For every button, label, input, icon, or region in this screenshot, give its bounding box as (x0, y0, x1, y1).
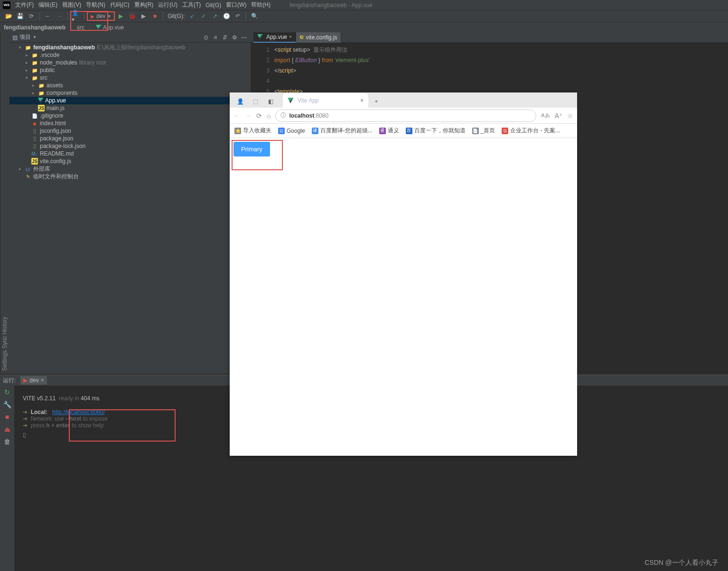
window-title: fengdianshangbaoweb - App.vue (289, 2, 373, 9)
open-file-icon[interactable]: 📂 (4, 12, 13, 20)
git-update-icon[interactable]: ↙ (188, 12, 196, 20)
tree-item[interactable]: ✎临时文件和控制台 (9, 173, 251, 180)
tab-vite-config[interactable]: JS vite.config.js (296, 32, 342, 43)
run-label: 运行: (3, 377, 16, 385)
menu-view[interactable]: 视图(V) (62, 1, 81, 9)
expand-all-icon[interactable]: ≡ (212, 34, 219, 41)
translate-icon[interactable]: Aあ (541, 112, 550, 119)
tree-item[interactable]: {}package-lock.json (9, 142, 251, 150)
tree-item[interactable]: JSvite.config.js (9, 157, 251, 165)
back-button[interactable]: ← (233, 112, 240, 120)
back-icon[interactable]: ← (44, 12, 52, 20)
bookmark-item[interactable]: 译百度翻译-您的超级... (312, 127, 373, 135)
tree-item[interactable]: ▸📁public (9, 66, 251, 74)
breadcrumb: fengdianshangbaoweb 〉 src 〉 App.vue (0, 22, 728, 32)
debug-button[interactable]: 🐞 (128, 12, 136, 20)
git-history-icon[interactable]: 🕐 (222, 12, 231, 20)
bookmark-item[interactable]: 通通义 (379, 127, 399, 135)
locate-icon[interactable]: ⊙ (202, 34, 210, 41)
tabs-icon[interactable]: ◧ (264, 95, 277, 108)
git-commit-icon[interactable]: ✓ (199, 12, 208, 20)
tree-item[interactable]: App.vue (9, 97, 251, 104)
line-gutter: 1 2 3 4 5 (251, 43, 274, 97)
tree-item[interactable]: {}package.json (9, 135, 251, 142)
forward-button[interactable]: → (245, 112, 252, 120)
tree-item[interactable]: ▸📁assets (9, 82, 251, 89)
sync-icon[interactable]: ⟳ (27, 12, 36, 20)
project-title[interactable]: ▤项目▼ (12, 33, 37, 41)
menu-git[interactable]: Git(G) (205, 2, 221, 9)
bookmark-item[interactable]: ⭐导入收藏夹 (234, 127, 271, 135)
browser-tabstrip: 👤 ⬚ ◧ Vite App × + (230, 92, 577, 108)
stop-icon[interactable]: ■ (5, 413, 9, 421)
save-all-icon[interactable]: 💾 (16, 12, 24, 20)
exit-icon[interactable]: ⏏ (4, 425, 10, 433)
search-icon[interactable]: 🔍 (250, 12, 259, 20)
rerun-icon[interactable]: ↻ (4, 388, 10, 396)
tree-item[interactable]: ▾📁src (9, 74, 251, 82)
breadcrumb-root[interactable]: fengdianshangbaoweb (4, 24, 65, 31)
menu-navigate[interactable]: 导航(N) (86, 1, 105, 9)
bookmark-item[interactable]: GGoogle (278, 128, 305, 134)
workspaces-icon[interactable]: ⬚ (249, 95, 261, 108)
tree-item[interactable]: ◆index.html (9, 120, 251, 127)
new-tab-button[interactable]: + (370, 95, 383, 108)
menu-window[interactable]: 窗口(W) (226, 1, 246, 9)
tree-item[interactable]: ▾📁fengdianshangbaowebE:\风电上报\fengdiansha… (9, 44, 251, 51)
tree-item[interactable]: ▸⫿⫿外部库 (9, 165, 251, 173)
menu-bar: WS 文件(F) 编辑(E) 视图(V) 导航(N) 代码(C) 重构(R) 运… (0, 0, 728, 10)
tree-item[interactable]: {}jsconfig.json (9, 127, 251, 135)
coverage-button[interactable]: ▶ (139, 12, 148, 20)
vue-icon (96, 25, 102, 30)
menu-refactor[interactable]: 重构(R) (134, 1, 154, 9)
menu-help[interactable]: 帮助(H) (251, 1, 271, 9)
wrench-icon[interactable]: 🔧 (3, 401, 11, 408)
close-icon[interactable]: × (41, 377, 44, 384)
browser-tab[interactable]: Vite App × (283, 93, 368, 108)
run-tab-dev[interactable]: ▶ dev × (20, 376, 47, 385)
tree-item[interactable]: JSmain.js (9, 104, 251, 112)
trash-icon[interactable]: 🗑 (4, 438, 10, 445)
tab-app-vue[interactable]: App.vue × (253, 32, 296, 43)
collapse-all-icon[interactable]: ⇵ (221, 34, 229, 41)
profile-icon[interactable]: 👤 (234, 95, 246, 108)
close-tab-icon[interactable]: × (360, 97, 364, 104)
gear-icon[interactable]: ⚙ (231, 34, 238, 41)
tree-item[interactable]: ▸📁.vscode (9, 51, 251, 59)
bookmark-item[interactable]: G企业工作台 - 先案... (502, 127, 560, 135)
primary-button[interactable]: Primary (233, 142, 270, 157)
tree-item[interactable]: ▸📁node_moduleslibrary root (9, 59, 251, 66)
webstorm-logo-icon: WS (3, 1, 10, 9)
menu-run[interactable]: 运行(U) (158, 1, 177, 9)
git-rollback-icon[interactable]: ↶ (233, 12, 242, 20)
home-button[interactable]: ⌂ (267, 112, 271, 120)
local-url-link[interactable]: http://localhost:8080/ (52, 409, 105, 415)
tree-item[interactable]: 📄.gitignore (9, 112, 251, 120)
git-push-icon[interactable]: ↗ (211, 12, 219, 20)
url-input[interactable]: ⓘ localhost:8080 (275, 110, 536, 122)
run-config-name: dev (96, 13, 105, 19)
breadcrumb-src[interactable]: src (77, 24, 84, 31)
menu-edit[interactable]: 编辑(E) (38, 1, 57, 9)
reload-button[interactable]: ⟳ (256, 112, 262, 120)
info-icon[interactable]: ⓘ (280, 111, 286, 120)
read-aloud-icon[interactable]: A⁺ (555, 112, 562, 120)
favorite-icon[interactable]: ☆ (567, 112, 573, 120)
bookmark-item[interactable]: 📄_首页 (472, 127, 495, 135)
avatar-icon[interactable]: 👤▾ (72, 12, 80, 20)
tree-item[interactable]: M↓README.md (9, 150, 251, 157)
forward-icon[interactable]: → (55, 12, 64, 20)
run-button[interactable]: ▶ (116, 12, 125, 20)
close-icon[interactable]: × (289, 34, 292, 39)
menu-tools[interactable]: 工具(T) (182, 1, 201, 9)
stop-button[interactable]: ■ (150, 12, 159, 20)
hide-panel-icon[interactable]: — (240, 34, 248, 41)
code-area[interactable]: <script setup> 显示组件用法 import { ElButton … (274, 43, 370, 97)
menu-code[interactable]: 代码(C) (110, 1, 130, 9)
menu-file[interactable]: 文件(F) (15, 1, 34, 9)
settings-sync-tab[interactable]: Settings Sync History (1, 35, 8, 371)
bookmark-item[interactable]: 百百度一下，你就知道 (406, 127, 466, 135)
tree-item[interactable]: ▸📁components (9, 89, 251, 97)
breadcrumb-file[interactable]: App.vue (96, 24, 124, 31)
run-config-selector[interactable]: ▶ dev ▼ (87, 11, 115, 21)
